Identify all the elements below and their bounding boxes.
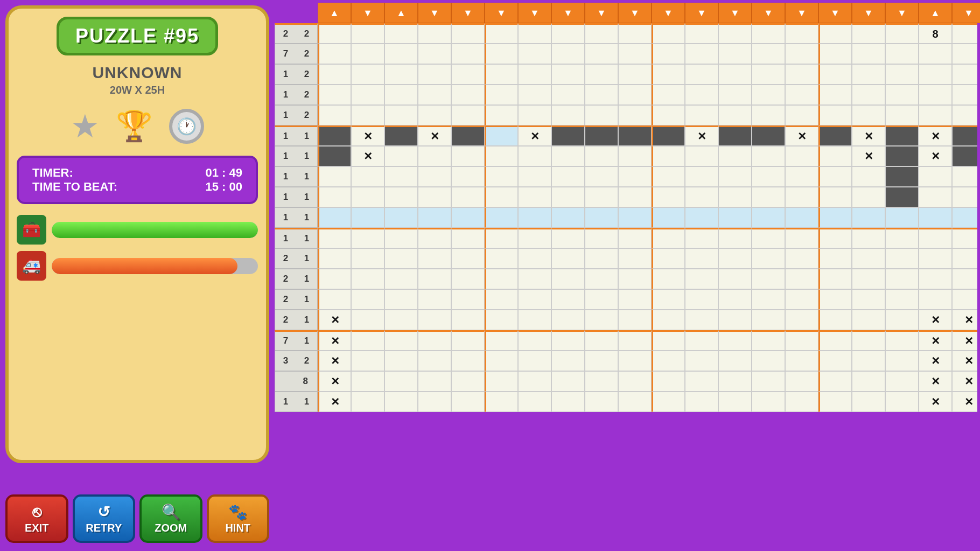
grid-cell[interactable]	[418, 187, 451, 207]
grid-cell[interactable]	[652, 269, 685, 289]
grid-cell[interactable]	[618, 392, 652, 412]
grid-cell[interactable]: ✕	[518, 125, 551, 146]
grid-cell[interactable]	[718, 125, 752, 146]
grid-cell[interactable]	[518, 44, 551, 64]
grid-cell[interactable]	[852, 330, 885, 351]
grid-cell[interactable]	[652, 392, 685, 412]
grid-cell[interactable]	[919, 228, 952, 248]
grid-cell[interactable]	[384, 187, 418, 207]
grid-cell[interactable]	[585, 330, 618, 351]
grid-cell[interactable]	[852, 371, 885, 392]
grid-cell[interactable]	[318, 105, 351, 125]
grid-cell[interactable]	[785, 371, 818, 392]
grid-cell[interactable]: ✕	[919, 371, 952, 392]
grid-cell[interactable]	[551, 44, 585, 64]
grid-cell[interactable]: ✕	[952, 392, 977, 412]
grid-cell[interactable]	[618, 269, 652, 289]
grid-cell[interactable]	[718, 207, 752, 228]
grid-cell[interactable]	[618, 187, 652, 207]
grid-cell[interactable]	[585, 289, 618, 310]
grid-cell[interactable]	[418, 371, 451, 392]
col-header-19[interactable]: ▼	[952, 3, 980, 23]
grid-cell[interactable]	[852, 351, 885, 371]
grid-cell[interactable]	[451, 187, 485, 207]
grid-cell[interactable]: ✕	[318, 330, 351, 351]
grid-cell[interactable]	[318, 166, 351, 187]
grid-cell[interactable]	[618, 44, 652, 64]
grid-cell[interactable]	[551, 64, 585, 85]
grid-cell[interactable]: ✕	[418, 125, 451, 146]
grid-cell[interactable]	[652, 166, 685, 187]
grid-cell[interactable]	[818, 146, 852, 166]
col-header-7[interactable]: ▼	[551, 3, 585, 23]
grid-cell[interactable]	[618, 146, 652, 166]
grid-cell[interactable]	[551, 310, 585, 330]
grid-cell[interactable]	[785, 228, 818, 248]
grid-cell[interactable]	[318, 23, 351, 44]
grid-cell[interactable]	[485, 125, 518, 146]
grid-cell[interactable]	[952, 187, 977, 207]
grid-cell[interactable]	[852, 187, 885, 207]
grid-cell[interactable]	[384, 146, 418, 166]
grid-cell[interactable]	[618, 228, 652, 248]
grid-cell[interactable]	[351, 269, 384, 289]
grid-cell[interactable]	[418, 269, 451, 289]
grid-cell[interactable]: ✕	[351, 125, 384, 146]
grid-cell[interactable]	[818, 85, 852, 105]
col-header-8[interactable]: ▼	[585, 3, 618, 23]
grid-cell[interactable]	[852, 85, 885, 105]
grid-cell[interactable]	[485, 207, 518, 228]
grid-cell[interactable]	[852, 392, 885, 412]
grid-cell[interactable]	[785, 187, 818, 207]
grid-cell[interactable]	[652, 23, 685, 44]
grid-cell[interactable]	[518, 289, 551, 310]
grid-cell[interactable]	[919, 207, 952, 228]
grid-cell[interactable]	[418, 44, 451, 64]
col-header-17[interactable]: ▼	[885, 3, 919, 23]
grid-cell[interactable]	[818, 105, 852, 125]
grid-cell[interactable]	[752, 23, 785, 44]
grid-cell[interactable]	[351, 392, 384, 412]
grid-cell[interactable]	[518, 105, 551, 125]
grid-cell[interactable]	[818, 23, 852, 44]
grid-cell[interactable]	[518, 392, 551, 412]
col-header-3[interactable]: ▼	[418, 3, 451, 23]
grid-cell[interactable]	[652, 105, 685, 125]
retry-button[interactable]: ↺ RETRY	[73, 494, 136, 543]
grid-cell[interactable]	[451, 64, 485, 85]
grid-cell[interactable]	[318, 289, 351, 310]
grid-cell[interactable]	[618, 85, 652, 105]
grid-cell[interactable]	[919, 187, 952, 207]
grid-cell[interactable]	[618, 248, 652, 269]
grid-cell[interactable]	[919, 289, 952, 310]
grid-cell[interactable]	[885, 371, 919, 392]
grid-cell[interactable]	[818, 228, 852, 248]
grid-cell[interactable]	[752, 187, 785, 207]
grid-cell[interactable]	[485, 310, 518, 330]
grid-cell[interactable]	[785, 166, 818, 187]
grid-cell[interactable]	[351, 330, 384, 351]
grid-cell[interactable]	[485, 330, 518, 351]
grid-cell[interactable]	[585, 44, 618, 64]
grid-cell[interactable]	[752, 351, 785, 371]
grid-cell[interactable]	[585, 125, 618, 146]
grid-cell[interactable]	[485, 371, 518, 392]
grid-cell[interactable]	[818, 44, 852, 64]
grid-cell[interactable]	[652, 85, 685, 105]
grid-cell[interactable]: ✕	[919, 330, 952, 351]
grid-cell[interactable]	[485, 351, 518, 371]
grid-cell[interactable]	[418, 166, 451, 187]
grid-cell[interactable]: ✕	[919, 146, 952, 166]
grid-cell[interactable]	[885, 248, 919, 269]
grid-cell[interactable]	[718, 187, 752, 207]
grid-cell[interactable]	[418, 207, 451, 228]
grid-cell[interactable]: ✕	[852, 146, 885, 166]
grid-cell[interactable]	[885, 105, 919, 125]
grid-cell[interactable]	[418, 248, 451, 269]
grid-cell[interactable]	[952, 23, 977, 44]
grid-cell[interactable]	[852, 310, 885, 330]
grid-cell[interactable]	[418, 351, 451, 371]
grid-cell[interactable]	[585, 105, 618, 125]
grid-cell[interactable]	[451, 105, 485, 125]
grid-cell[interactable]	[318, 248, 351, 269]
